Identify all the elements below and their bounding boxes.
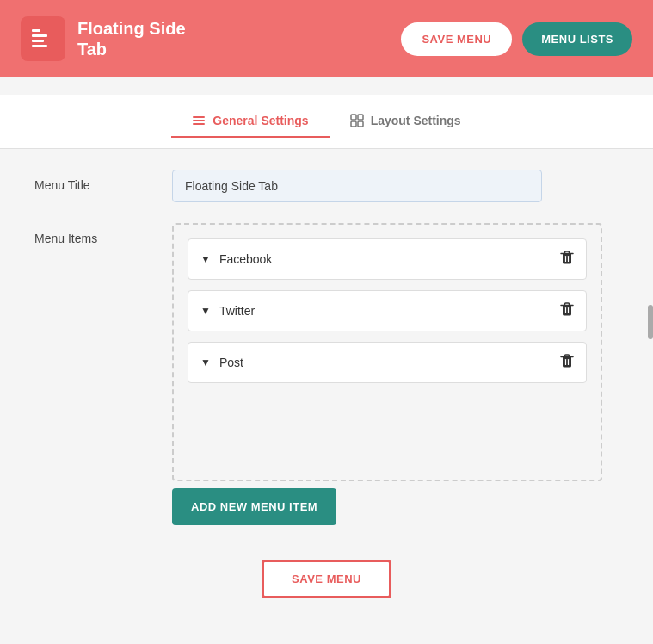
menu-item-twitter[interactable]: ▼ Twitter	[188, 290, 587, 331]
menu-items-label: Menu Items	[34, 223, 172, 245]
menu-title-row: Menu Title	[34, 170, 619, 202]
content-area: General Settings Layout Settings Menu Ti…	[0, 77, 653, 633]
svg-rect-10	[358, 121, 363, 127]
app-title: Floating SideTab	[77, 18, 186, 59]
svg-rect-3	[32, 45, 47, 47]
add-new-menu-item-button[interactable]: ADD NEW MENU ITEM	[172, 488, 336, 525]
tab-layout-settings-label: Layout Settings	[371, 114, 461, 127]
tab-general-settings-label: General Settings	[213, 114, 308, 127]
header-buttons: SAVE MENU MENU LISTS	[401, 22, 632, 56]
app-logo	[21, 16, 65, 61]
bottom-save-area: SAVE MENU	[34, 560, 619, 598]
menu-title-control	[172, 170, 619, 202]
svg-rect-1	[32, 34, 47, 37]
menu-title-input[interactable]	[172, 170, 542, 202]
scrollbar-indicator[interactable]	[648, 305, 653, 339]
save-menu-header-button[interactable]: SAVE MENU	[401, 22, 512, 56]
svg-rect-2	[32, 40, 44, 42]
delete-twitter-icon[interactable]	[560, 301, 574, 320]
save-menu-bottom-button[interactable]: SAVE MENU	[262, 560, 391, 598]
header-left: Floating SideTab	[21, 16, 186, 61]
menu-item-twitter-label: Twitter	[219, 304, 255, 318]
form-area: Menu Title Menu Items ▼ Facebook	[0, 170, 653, 598]
svg-rect-7	[351, 115, 356, 120]
general-settings-icon	[192, 114, 206, 127]
chevron-down-icon: ▼	[200, 356, 211, 368]
tab-layout-settings[interactable]: Layout Settings	[330, 105, 482, 138]
layout-settings-icon	[350, 114, 364, 127]
menu-items-box: ▼ Facebook	[172, 223, 602, 481]
header: Floating SideTab SAVE MENU MENU LISTS	[0, 0, 653, 77]
svg-rect-5	[193, 120, 205, 121]
svg-rect-6	[193, 123, 205, 125]
menu-title-label: Menu Title	[34, 170, 172, 192]
menu-item-post-left: ▼ Post	[200, 356, 243, 369]
delete-facebook-icon[interactable]	[560, 250, 574, 269]
menu-item-twitter-left: ▼ Twitter	[200, 304, 255, 318]
menu-item-facebook-left: ▼ Facebook	[200, 252, 272, 266]
menu-items-row: Menu Items ▼ Facebook	[34, 223, 619, 525]
chevron-down-icon: ▼	[200, 305, 211, 317]
svg-rect-0	[32, 29, 40, 32]
delete-post-icon[interactable]	[560, 353, 574, 372]
chevron-down-icon: ▼	[200, 253, 211, 265]
menu-lists-button[interactable]: MENU LISTS	[522, 22, 632, 56]
tab-general-settings[interactable]: General Settings	[171, 105, 329, 138]
svg-rect-4	[193, 116, 205, 118]
svg-rect-9	[351, 121, 356, 127]
svg-rect-8	[358, 115, 363, 120]
tabs-bar: General Settings Layout Settings	[0, 95, 653, 149]
menu-item-facebook[interactable]: ▼ Facebook	[188, 238, 587, 280]
menu-item-post[interactable]: ▼ Post	[188, 342, 587, 383]
menu-item-post-label: Post	[219, 356, 243, 369]
menu-items-control: ▼ Facebook	[172, 223, 619, 525]
menu-item-facebook-label: Facebook	[219, 252, 272, 266]
